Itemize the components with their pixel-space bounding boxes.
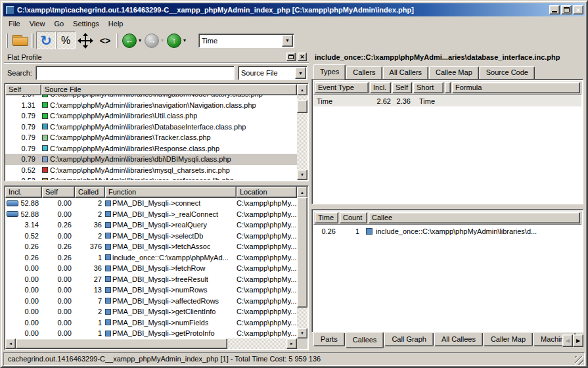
- toolbar-handle[interactable]: [116, 34, 118, 48]
- function-row[interactable]: 52.88 0.00 2 PMA_DBI_Mysqli->_realConnec…: [5, 209, 297, 220]
- detail-tab[interactable]: Callers: [346, 66, 382, 79]
- function-row[interactable]: 0.26 0.26 1 include_once::C:\xampp\phpMy…: [5, 252, 297, 264]
- column-header-spacer[interactable]: [445, 82, 451, 93]
- detail-tab[interactable]: Caller Map: [484, 333, 533, 346]
- file-list-vscrollbar[interactable]: ▲ ▼: [297, 84, 307, 180]
- detail-tab[interactable]: Parts: [313, 333, 345, 346]
- function-icon: [105, 200, 111, 206]
- source-file-row[interactable]: 0.79 C:\xampp\phpMyAdmin\libraries\Respo…: [5, 143, 297, 154]
- tab-scroll-left-button[interactable]: ◀: [562, 334, 573, 347]
- detail-tab[interactable]: All Callees: [434, 333, 483, 346]
- menu-item[interactable]: View: [25, 18, 50, 30]
- scrollbar-thumb[interactable]: [297, 197, 307, 308]
- column-header-callee[interactable]: Callee: [369, 212, 580, 223]
- scroll-up-button[interactable]: ▲: [297, 84, 307, 95]
- menu-item[interactable]: File: [4, 18, 25, 30]
- column-header-function[interactable]: Function: [105, 187, 237, 198]
- function-row[interactable]: 0.00 0.00 1 PMA_DBI_Mysqli->numFields C:…: [5, 317, 297, 329]
- column-header-self[interactable]: Self: [42, 187, 75, 198]
- column-header-self[interactable]: Self: [5, 84, 41, 95]
- open-file-button[interactable]: [11, 32, 30, 49]
- function-row[interactable]: 0.26 0.26 376 PMA_DBI_Mysqli->fetchAssoc…: [5, 241, 297, 252]
- maximize-button[interactable]: [561, 5, 572, 14]
- percentage-toggle-button[interactable]: %: [56, 32, 76, 49]
- function-list-vscrollbar[interactable]: ▲ ▼: [297, 187, 307, 338]
- back-dropdown-arrow[interactable]: ▾: [139, 37, 141, 43]
- function-row[interactable]: 0.00 0.00 1 PMA_DBI_Mysqli->getProtoInfo…: [5, 328, 297, 338]
- tab-scroll-right-button[interactable]: ▶: [573, 334, 583, 347]
- forward-button[interactable]: →: [145, 34, 159, 48]
- detail-tab[interactable]: Callee Map: [429, 66, 479, 79]
- dock-close-button[interactable]: ×: [298, 53, 307, 61]
- source-file-row[interactable]: 0.52 C:\xampp\phpMyAdmin\libraries\mysql…: [5, 165, 297, 176]
- source-file-row[interactable]: 0.79 C:\xampp\phpMyAdmin\libraries\Datab…: [5, 122, 297, 133]
- source-file-row[interactable]: 1.31 C:\xampp\phpMyAdmin\libraries\navig…: [5, 100, 297, 111]
- callee-row[interactable]: 0.26 1 include_once::C:\xampp\phpMyAdmin…: [313, 225, 581, 237]
- group-by-selector[interactable]: Source File ▼: [238, 66, 307, 80]
- function-row[interactable]: 0.00 0.00 27 PMA_DBI_Mysqli->freeResult …: [5, 274, 297, 285]
- function-name-cell: PMA_DBI_Mysqli->selectDb: [105, 232, 237, 240]
- dock-float-button[interactable]: [286, 53, 296, 61]
- minimize-button[interactable]: [549, 5, 560, 14]
- source-file-row[interactable]: 0.79 C:\xampp\phpMyAdmin\libraries\dbi\D…: [5, 154, 297, 165]
- back-button[interactable]: ←: [122, 34, 137, 48]
- event-type-row[interactable]: Time 2.62 2.36 Time: [313, 95, 581, 106]
- function-row[interactable]: 52.88 0.00 2 PMA_DBI_Mysqli->connect C:\…: [5, 198, 297, 209]
- up-dropdown-arrow[interactable]: ▾: [183, 37, 186, 43]
- scroll-right-button[interactable]: ►: [286, 338, 297, 349]
- column-header-formula[interactable]: Formula: [452, 82, 580, 93]
- detail-tab[interactable]: Call Graph: [384, 333, 434, 346]
- column-header-location[interactable]: Location: [237, 187, 297, 198]
- function-row[interactable]: 0.00 0.00 13 PMA_DBI_Mysqli->numRows C:\…: [5, 285, 297, 296]
- column-header-source-file[interactable]: Source File: [41, 84, 297, 95]
- menu-item[interactable]: Go: [49, 18, 68, 30]
- scroll-down-button[interactable]: ▼: [297, 328, 307, 338]
- source-file-row[interactable]: 0.79 C:\xampp\phpMyAdmin\libraries\Track…: [5, 132, 297, 143]
- scrollbar-track[interactable]: [297, 95, 307, 170]
- function-row[interactable]: 0.00 0.00 2 PMA_DBI_Mysqli->getClientInf…: [5, 306, 297, 317]
- column-header-self[interactable]: Self: [392, 82, 412, 93]
- close-button[interactable]: ×: [573, 5, 583, 14]
- function-list-hscrollbar[interactable]: ◄ ►: [5, 338, 297, 349]
- scrollbar-track[interactable]: [297, 197, 307, 328]
- detail-tab[interactable]: All Callers: [383, 66, 429, 79]
- event-type-selector[interactable]: Time ▼: [198, 34, 294, 48]
- detail-tab[interactable]: Types: [313, 64, 346, 80]
- detail-tab[interactable]: Source Code: [480, 66, 535, 79]
- menu-item[interactable]: Help: [104, 18, 128, 30]
- column-header-count[interactable]: Count: [340, 212, 367, 223]
- relative-cost-button[interactable]: <>: [95, 32, 115, 49]
- function-name-cell: PMA_DBI_Mysqli->fetchAssoc: [105, 242, 237, 250]
- combo-dropdown-button[interactable]: ▼: [282, 35, 293, 47]
- column-header-incl[interactable]: Incl.: [5, 187, 42, 198]
- called-count-cell: 27: [75, 275, 105, 283]
- forward-dropdown-arrow[interactable]: ▾: [161, 37, 164, 43]
- detail-tab[interactable]: Callees: [346, 333, 384, 348]
- toolbar-handle[interactable]: [32, 34, 34, 48]
- column-header-short[interactable]: Short: [413, 82, 443, 93]
- expand-cost-button[interactable]: [76, 32, 95, 49]
- combo-dropdown-button[interactable]: ▼: [295, 67, 306, 79]
- function-row[interactable]: 0.00 0.00 7 PMA_DBI_Mysqli->affectedRows…: [5, 296, 297, 307]
- scrollbar-thumb[interactable]: [297, 100, 307, 113]
- scroll-up-button[interactable]: ▲: [297, 187, 307, 198]
- column-header-event-type[interactable]: Event Type: [315, 82, 369, 93]
- function-row[interactable]: 3.14 0.26 36 PMA_DBI_Mysqli->realQuery C…: [5, 219, 297, 231]
- function-row[interactable]: 0.00 0.00 36 PMA_DBI_Mysqli->fetchRow C:…: [5, 263, 297, 274]
- menu-item[interactable]: Settings: [68, 18, 104, 30]
- scroll-down-button[interactable]: ▼: [297, 170, 307, 180]
- source-file-row[interactable]: 0.79 C:\xampp\phpMyAdmin\libraries\Util.…: [5, 110, 297, 122]
- resize-grip[interactable]: [575, 356, 583, 365]
- column-header-called[interactable]: Called: [75, 187, 105, 198]
- toolbar-handle[interactable]: [6, 34, 8, 48]
- reload-button[interactable]: ↻: [36, 32, 56, 49]
- scroll-left-button[interactable]: ◄: [5, 338, 16, 349]
- column-header-time[interactable]: Time: [315, 212, 338, 223]
- up-button[interactable]: ↑: [167, 34, 181, 48]
- function-row[interactable]: 0.52 0.00 2 PMA_DBI_Mysqli->selectDb C:\…: [5, 231, 297, 242]
- scrollbar-thumb[interactable]: [16, 338, 227, 349]
- search-input[interactable]: [35, 66, 235, 80]
- column-header-incl[interactable]: Incl.: [370, 82, 391, 93]
- source-file-row[interactable]: 0.52 C:\xampp\phpMyAdmin\libraries\user_…: [5, 175, 297, 180]
- scrollbar-track[interactable]: [227, 338, 286, 349]
